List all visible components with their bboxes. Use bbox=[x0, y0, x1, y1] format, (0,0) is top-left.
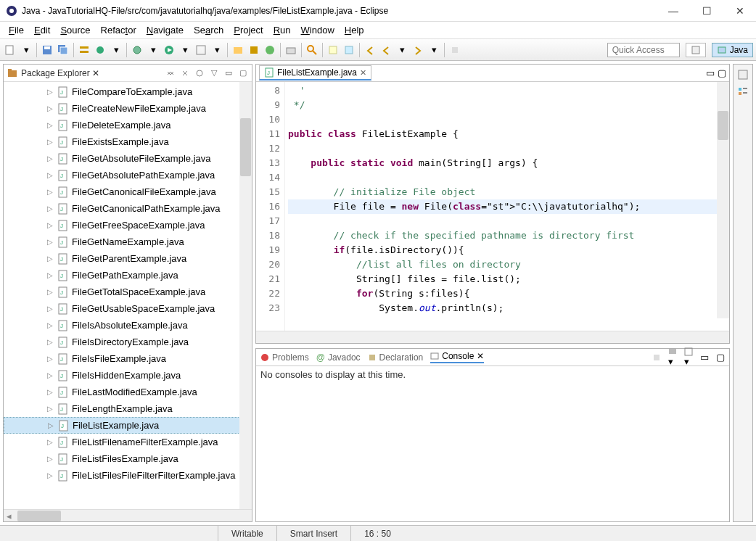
console-open-button[interactable]: ▾ bbox=[684, 347, 693, 367]
annotation-prev-button[interactable] bbox=[326, 43, 340, 57]
expand-icon[interactable]: ▷ bbox=[47, 355, 56, 363]
close-tab-button[interactable]: ✕ bbox=[360, 68, 366, 78]
tree-file-item[interactable]: ▷JFileListExample.java bbox=[4, 417, 252, 434]
menu-search[interactable]: Search bbox=[189, 23, 228, 37]
new-java-project-button[interactable] bbox=[231, 43, 245, 57]
expand-icon[interactable]: ▷ bbox=[47, 288, 56, 296]
back-button[interactable] bbox=[379, 43, 393, 57]
editor-maximize-button[interactable]: ▢ bbox=[718, 67, 726, 78]
forward-button[interactable] bbox=[411, 43, 425, 57]
console-display-button[interactable]: ▾ bbox=[668, 347, 677, 367]
tab-console[interactable]: Console ✕ bbox=[430, 351, 484, 363]
tree-file-item[interactable]: ▷JFileExistsExample.java bbox=[4, 133, 252, 150]
editor-body[interactable]: 891011121314151617181920212223 ' */ publ… bbox=[256, 82, 729, 331]
expand-icon[interactable]: ▷ bbox=[47, 138, 56, 146]
tab-javadoc[interactable]: @ Javadoc bbox=[316, 352, 361, 363]
expand-icon[interactable]: ▷ bbox=[47, 305, 56, 313]
tree-file-item[interactable]: ▷JFileGetNameExample.java bbox=[4, 234, 252, 250]
tree-file-item[interactable]: ▷JFileGetTotalSpaceExample.java bbox=[4, 284, 252, 300]
back-dropdown[interactable]: ▾ bbox=[395, 43, 409, 57]
file-tree[interactable]: ▷JFileCompareToExample.java▷JFileCreateN… bbox=[4, 82, 252, 509]
expand-icon[interactable]: ▷ bbox=[47, 405, 56, 413]
menu-navigate[interactable]: Navigate bbox=[142, 23, 188, 37]
tree-horizontal-scrollbar[interactable]: ◂ bbox=[4, 509, 252, 521]
close-button[interactable]: ✕ bbox=[730, 4, 750, 18]
tree-file-item[interactable]: ▷JFileIsHiddenExample.java bbox=[4, 367, 252, 384]
run-dropdown[interactable]: ▾ bbox=[178, 43, 192, 57]
tree-file-item[interactable]: ▷JFileListFilesFileFilterFilterExample.j… bbox=[4, 467, 252, 484]
outline-view-button[interactable] bbox=[737, 86, 749, 98]
expand-icon[interactable]: ▷ bbox=[47, 171, 56, 179]
menu-edit[interactable]: Edit bbox=[30, 23, 54, 37]
menu-source[interactable]: Source bbox=[56, 23, 94, 37]
expand-icon[interactable]: ▷ bbox=[47, 238, 56, 246]
editor-tab-active[interactable]: J FileListExample.java ✕ bbox=[259, 65, 371, 80]
expand-icon[interactable]: ▷ bbox=[47, 455, 56, 463]
minimize-button[interactable]: — bbox=[663, 4, 683, 18]
console-maximize-button[interactable]: ▢ bbox=[716, 352, 725, 363]
skip-breakpoints-button[interactable] bbox=[93, 43, 107, 57]
coverage-dropdown[interactable]: ▾ bbox=[210, 43, 224, 57]
save-all-button[interactable] bbox=[56, 43, 70, 57]
tree-file-item[interactable]: ▷JFileGetFreeSpaceExample.java bbox=[4, 217, 252, 234]
link-editor-button[interactable] bbox=[179, 67, 191, 79]
line-gutter[interactable]: 891011121314151617181920212223 bbox=[256, 82, 285, 331]
expand-icon[interactable]: ▷ bbox=[47, 188, 56, 196]
new-class-button[interactable] bbox=[263, 43, 277, 57]
tab-problems[interactable]: Problems bbox=[260, 352, 309, 363]
expand-icon[interactable]: ▷ bbox=[47, 121, 56, 129]
expand-icon[interactable]: ▷ bbox=[48, 421, 57, 429]
tree-file-item[interactable]: ▷JFileGetAbsoluteFileExample.java bbox=[4, 150, 252, 167]
expand-icon[interactable]: ▷ bbox=[47, 471, 56, 479]
debug-dropdown[interactable]: ▾ bbox=[146, 43, 160, 57]
expand-icon[interactable]: ▷ bbox=[47, 104, 56, 112]
tree-file-item[interactable]: ▷JFileCreateNewFileExample.java bbox=[4, 100, 252, 117]
tree-file-item[interactable]: ▷JFileGetCanonicalFileExample.java bbox=[4, 183, 252, 200]
expand-icon[interactable]: ▷ bbox=[47, 388, 56, 396]
console-pin-button[interactable] bbox=[652, 353, 661, 362]
menu-help[interactable]: Help bbox=[340, 23, 369, 37]
menu-file[interactable]: File bbox=[4, 23, 28, 37]
expand-icon[interactable]: ▷ bbox=[47, 221, 56, 229]
build-button[interactable]: ▾ bbox=[109, 43, 123, 57]
tree-file-item[interactable]: ▷JFileIsAbsoluteExample.java bbox=[4, 317, 252, 334]
tree-file-item[interactable]: ▷JFileIsFileExample.java bbox=[4, 350, 252, 367]
tree-file-item[interactable]: ▷JFileGetParentExample.java bbox=[4, 250, 252, 267]
new-dropdown[interactable]: ▾ bbox=[19, 43, 33, 57]
expand-icon[interactable]: ▷ bbox=[47, 88, 56, 96]
forward-dropdown[interactable]: ▾ bbox=[427, 43, 441, 57]
console-minimize-button[interactable]: ▭ bbox=[700, 352, 709, 363]
menu-window[interactable]: Window bbox=[297, 23, 339, 37]
run-button[interactable] bbox=[162, 43, 176, 57]
expand-icon[interactable]: ▷ bbox=[47, 271, 56, 279]
editor-horizontal-scrollbar[interactable] bbox=[256, 331, 729, 343]
new-package-button[interactable] bbox=[247, 43, 261, 57]
tree-file-item[interactable]: ▷JFileIsDirectoryExample.java bbox=[4, 334, 252, 350]
expand-icon[interactable]: ▷ bbox=[47, 154, 56, 162]
menu-run[interactable]: Run bbox=[269, 23, 295, 37]
code-area[interactable]: ' */ public class FileListExample { publ… bbox=[285, 82, 729, 331]
tree-file-item[interactable]: ▷JFileGetCanonicalPathExample.java bbox=[4, 200, 252, 217]
java-perspective-button[interactable]: Java bbox=[712, 43, 753, 57]
tab-declaration[interactable]: Declaration bbox=[368, 352, 424, 363]
maximize-pane-button[interactable]: ▢ bbox=[237, 67, 249, 79]
expand-icon[interactable]: ▷ bbox=[47, 338, 56, 346]
editor-minimize-button[interactable]: ▭ bbox=[706, 67, 715, 78]
last-edit-button[interactable] bbox=[363, 43, 377, 57]
expand-icon[interactable]: ▷ bbox=[47, 255, 56, 263]
expand-icon[interactable]: ▷ bbox=[47, 205, 56, 212]
expand-icon[interactable]: ▷ bbox=[47, 438, 56, 446]
tree-file-item[interactable]: ▷JFileGetUsableSpaceExample.java bbox=[4, 300, 252, 317]
new-button[interactable] bbox=[3, 43, 17, 57]
quick-access-input[interactable] bbox=[607, 43, 680, 57]
pin-button[interactable] bbox=[448, 43, 462, 57]
tree-file-item[interactable]: ▷JFileLastModifiedExample.java bbox=[4, 384, 252, 400]
open-type-button[interactable] bbox=[284, 43, 298, 57]
maximize-button[interactable]: ☐ bbox=[697, 4, 717, 18]
toggle-breadcrumb-button[interactable] bbox=[77, 43, 91, 57]
save-button[interactable] bbox=[40, 43, 54, 57]
tree-file-item[interactable]: ▷JFileDeleteExample.java bbox=[4, 117, 252, 133]
editor-vertical-scrollbar[interactable] bbox=[717, 82, 729, 318]
minimize-pane-button[interactable]: ▭ bbox=[223, 67, 234, 79]
tree-file-item[interactable]: ▷JFileGetAbsolutePathExample.java bbox=[4, 167, 252, 183]
